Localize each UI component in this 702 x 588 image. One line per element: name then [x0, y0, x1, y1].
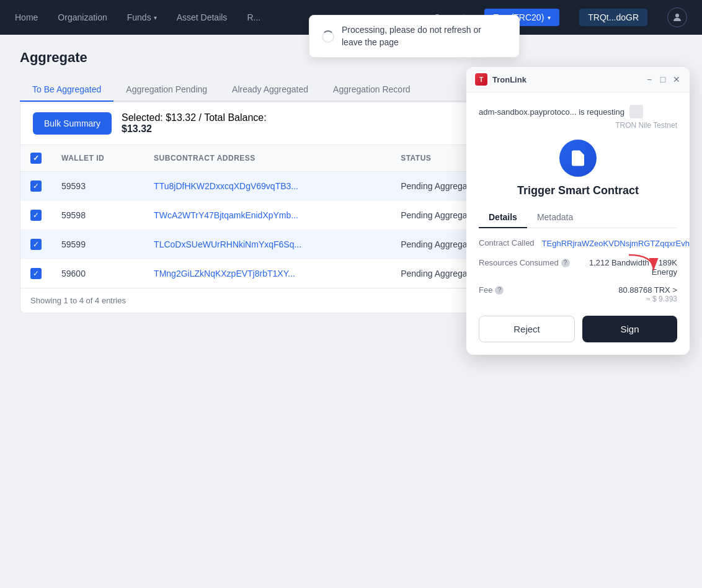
tronlink-app-name: TronLink: [492, 75, 640, 84]
modal-tab-metadata[interactable]: Metadata: [527, 207, 583, 228]
svg-point-0: [675, 14, 679, 17]
fee-label: Fee ?: [479, 285, 504, 295]
wallet-button[interactable]: TRQt...doGR: [579, 9, 647, 26]
contract-icon-circle: [559, 140, 597, 177]
sign-button[interactable]: Sign: [582, 316, 677, 342]
spinner-icon: [322, 30, 334, 43]
selected-info: Selected: $13.32 / Total Balance: $13.32: [122, 112, 267, 135]
select-all-checkbox[interactable]: ✓: [30, 153, 42, 164]
resources-info-icon[interactable]: ?: [561, 259, 570, 267]
wallet-id-cell: 59598: [51, 201, 144, 230]
requesting-text: adm-sandbox.payprotoco... is requesting: [479, 107, 624, 117]
wallet-id-cell: 59599: [51, 230, 144, 259]
row-checkbox[interactable]: ✓: [30, 239, 42, 250]
tronlink-modal: T TronLink − □ ✕ adm-sandbox.payprotoco.…: [466, 67, 690, 355]
selected-info-text: Selected: $13.32 / Total Balance:: [122, 112, 267, 123]
tron-chevron-icon: ▾: [548, 14, 551, 21]
tronlink-network: TRON Nile Testnet: [479, 121, 677, 130]
row-checkbox[interactable]: ✓: [30, 180, 42, 192]
address-cell: TTu8jDfHKW2DxxcqXDgV69vqTB3...: [144, 172, 391, 201]
nav-funds[interactable]: Funds ▾: [127, 12, 157, 22]
contract-icon-wrap: [479, 140, 677, 177]
processing-text: Processing, please do not refresh or lea…: [342, 24, 481, 48]
check-icon: ✓: [33, 269, 39, 278]
wallet-id-cell: 59593: [51, 172, 144, 201]
tab-to-be-aggregated[interactable]: To Be Aggregated: [20, 78, 113, 102]
tronlink-logo-icon: T: [475, 73, 487, 86]
fee-row: Fee ? 80.88768 TRX > ≈ $ 9.393: [479, 285, 677, 303]
fee-approx: ≈ $ 9.393: [618, 295, 677, 303]
contract-title: Trigger Smart Contract: [479, 184, 677, 197]
contract-called-row: Contract Called TEghRRjraWZeoKVDNsjmRGTZ…: [479, 238, 677, 249]
modal-tab-details[interactable]: Details: [479, 207, 527, 228]
contract-address-value[interactable]: TEghRRjraWZeoKVDNsjmRGTZqqxrEvhREg: [542, 238, 690, 249]
check-icon: ✓: [33, 154, 40, 163]
check-icon: ✓: [33, 182, 39, 190]
nav-home[interactable]: Home: [15, 12, 38, 22]
tronlink-body: adm-sandbox.payprotoco... is requesting …: [466, 92, 690, 355]
processing-toast: Processing, please do not refresh or lea…: [309, 15, 520, 58]
fee-info-icon[interactable]: ?: [495, 286, 504, 295]
resources-label: Resources Consumed ?: [479, 258, 570, 267]
nav-organization[interactable]: Organization: [58, 12, 107, 22]
wallet-id-cell: 59600: [51, 259, 144, 288]
user-icon: [672, 12, 683, 23]
close-button[interactable]: ✕: [672, 75, 681, 84]
tab-aggregation-record[interactable]: Aggregation Record: [321, 78, 423, 102]
address-cell: TLCoDxSUeWUrRHNkiNmYxqF6Sq...: [144, 230, 391, 259]
modal-tabs: Details Metadata: [479, 207, 677, 228]
fee-value-block: 80.88768 TRX > ≈ $ 9.393: [618, 285, 677, 303]
address-cell: TMng2GiLZkNqKXzpEVTj8rbT1XY...: [144, 259, 391, 288]
nav-asset-details[interactable]: Asset Details: [177, 12, 228, 22]
maximize-button[interactable]: □: [659, 75, 667, 84]
resources-row: Resources Consumed ? 1,212 Bandwidth + 1…: [479, 258, 677, 277]
tab-aggregation-pending[interactable]: Aggregation Pending: [113, 78, 220, 102]
row-checkbox[interactable]: ✓: [30, 210, 42, 221]
document-icon: [569, 149, 587, 167]
check-icon: ✓: [33, 211, 39, 220]
minimize-button[interactable]: −: [645, 75, 654, 84]
resources-value: 1,212 Bandwidth + 189K Energy: [577, 258, 677, 277]
col-subcontract-address: SUBCONTRACT ADDRESS: [144, 145, 391, 172]
fee-value: 80.88768 TRX >: [618, 285, 677, 295]
bulk-summary-button[interactable]: Bulk Summary: [33, 112, 112, 135]
check-icon: ✓: [33, 240, 39, 249]
tronlink-titlebar: T TronLink − □ ✕: [466, 67, 690, 92]
chevron-down-icon: ▾: [154, 14, 157, 21]
tab-already-aggregated[interactable]: Already Aggregated: [220, 78, 321, 102]
contract-called-label: Contract Called: [479, 238, 535, 247]
tronlink-request-icon: [629, 105, 643, 118]
user-avatar[interactable]: [667, 7, 687, 27]
modal-actions: Reject Sign: [479, 316, 677, 342]
nav-r[interactable]: R...: [247, 12, 260, 22]
row-checkbox[interactable]: ✓: [30, 268, 42, 279]
reject-button[interactable]: Reject: [479, 316, 575, 342]
selected-amount: $13.32: [122, 123, 152, 134]
col-wallet-id: WALLET ID: [51, 145, 144, 172]
address-cell: TWcA2WTrY47BjtqamkEnidXpYmb...: [144, 201, 391, 230]
